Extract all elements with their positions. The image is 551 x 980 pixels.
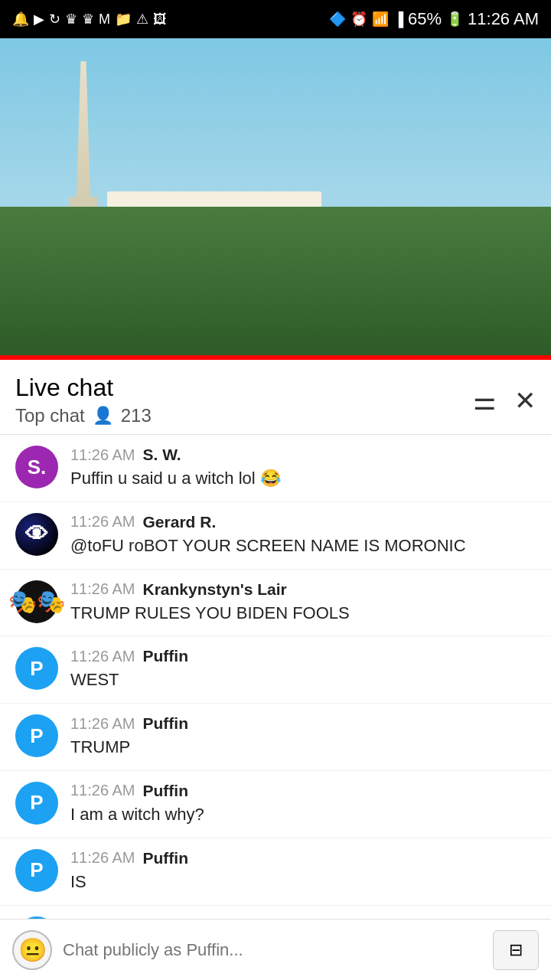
msg-text-6: I am a witch why? <box>70 803 536 827</box>
filter-icon[interactable]: ⚌ <box>473 385 496 416</box>
msg-text-1: Puffin u said u a witch lol 😂 <box>70 467 536 491</box>
msg-user-6: Puffin <box>143 782 188 800</box>
msg-meta-6: 11:26 AM Puffin <box>70 782 536 800</box>
msg-meta-5: 11:26 AM Puffin <box>70 714 536 733</box>
send-button[interactable]: ⊟ <box>493 930 539 970</box>
msg-user-1: S. W. <box>143 446 181 464</box>
livechat-title: Live chat <box>15 374 152 402</box>
chat-message-5: P 11:26 AM Puffin TRUMP <box>0 704 551 771</box>
msg-meta-7: 11:26 AM Puffin <box>70 849 536 867</box>
livechat-panel: Live chat Top chat 👤 213 ⚌ ✕ S. 11:26 AM… <box>0 360 551 980</box>
msg-body-7: 11:26 AM Puffin IS <box>70 849 536 894</box>
chat-message-4: P 11:26 AM Puffin WEST <box>0 636 551 704</box>
chat-message-7: P 11:26 AM Puffin IS <box>0 838 551 906</box>
chat-input-field[interactable] <box>63 930 482 970</box>
livechat-header-left: Live chat Top chat 👤 213 <box>15 374 152 426</box>
avatar-krankynstyn: 🎭 <box>15 580 58 623</box>
msg-user-2: Gerard R. <box>143 513 217 531</box>
top-chat-label: Top chat <box>15 405 85 426</box>
avatar-puffin-6: P <box>15 782 58 825</box>
msg-time-5: 11:26 AM <box>70 715 135 733</box>
avatar-puffin-5: P <box>15 714 58 757</box>
alarm-icon: ⏰ <box>350 11 367 28</box>
msg-body-2: 11:26 AM Gerard R. @toFU roBOT YOUR SCRE… <box>70 513 536 558</box>
msg-body-5: 11:26 AM Puffin TRUMP <box>70 714 536 760</box>
msg-time-4: 11:26 AM <box>70 648 135 665</box>
chat-message-1: S. 11:26 AM S. W. Puffin u said u a witc… <box>0 435 551 502</box>
livechat-header: Live chat Top chat 👤 213 ⚌ ✕ <box>0 360 551 435</box>
emoji-button[interactable]: 😐 <box>12 930 52 970</box>
sync-icon: ↻ <box>49 11 60 28</box>
crown2-icon: ♛ <box>82 11 94 28</box>
status-icons-left: 🔔 ▶ ↻ ♛ ♛ M 📁 ⚠ 🖼 <box>12 11 167 28</box>
msg-time-3: 11:26 AM <box>70 580 135 598</box>
warning-icon: ⚠ <box>136 11 148 28</box>
people-icon: 👤 <box>93 406 113 426</box>
livechat-subtitle: Top chat 👤 213 <box>15 405 152 426</box>
battery-icon: 🔋 <box>446 11 463 28</box>
msg-text-5: TRUMP <box>70 736 536 760</box>
image-icon: 🖼 <box>153 11 167 28</box>
msg-text-7: IS <box>70 871 536 894</box>
msg-meta-2: 11:26 AM Gerard R. <box>70 513 536 531</box>
msg-text-4: WEST <box>70 668 536 692</box>
msg-time-6: 11:26 AM <box>70 782 135 799</box>
msg-meta-3: 11:26 AM Krankynstyn's Lair <box>70 580 536 599</box>
msg-text-2: @toFU roBOT YOUR SCREEN NAME IS MORONIC <box>70 534 536 558</box>
status-bar: 🔔 ▶ ↻ ♛ ♛ M 📁 ⚠ 🖼 🔷 ⏰ 📶 ▐ 65% 🔋 11:26 AM <box>0 0 551 38</box>
monument-base <box>69 197 98 207</box>
battery-level: 65% <box>408 9 442 29</box>
close-icon[interactable]: ✕ <box>514 385 536 416</box>
msg-body-1: 11:26 AM S. W. Puffin u said u a witch l… <box>70 446 536 491</box>
msg-meta-4: 11:26 AM Puffin <box>70 647 536 665</box>
livechat-header-right: ⚌ ✕ <box>473 385 536 416</box>
msg-body-3: 11:26 AM Krankynstyn's Lair TRUMP RULES … <box>70 580 536 626</box>
video-trees <box>0 207 551 360</box>
youtube-icon: ▶ <box>34 11 44 28</box>
msg-user-4: Puffin <box>143 647 188 665</box>
msg-text-3: TRUMP RULES YOU BIDEN FOOLS <box>70 602 536 626</box>
avatar-sw: S. <box>15 446 58 488</box>
notification-icon: 🔔 <box>12 11 29 28</box>
video-player[interactable] <box>0 38 551 360</box>
msg-user-5: Puffin <box>143 714 188 733</box>
bluetooth-icon: 🔷 <box>329 11 346 28</box>
msg-body-4: 11:26 AM Puffin WEST <box>70 647 536 692</box>
mastodon-icon: M <box>99 11 110 28</box>
send-icon: ⊟ <box>509 940 523 960</box>
msg-time-1: 11:26 AM <box>70 446 135 464</box>
avatar-gerard: 👁 <box>15 513 58 556</box>
folder-icon: 📁 <box>115 11 132 28</box>
crown1-icon: ♛ <box>65 11 77 28</box>
chat-messages: S. 11:26 AM S. W. Puffin u said u a witc… <box>0 435 551 972</box>
emoji-icon: 😐 <box>18 936 47 963</box>
chat-message-3: 🎭 11:26 AM Krankynstyn's Lair TRUMP RULE… <box>0 570 551 637</box>
clock: 11:26 AM <box>468 9 539 29</box>
youtube-red-bar <box>0 355 551 360</box>
chat-message-6: P 11:26 AM Puffin I am a witch why? <box>0 771 551 838</box>
msg-time-2: 11:26 AM <box>70 513 135 531</box>
msg-time-7: 11:26 AM <box>70 849 135 867</box>
chat-input-bar: 😐 ⊟ <box>0 919 551 980</box>
viewer-count: 213 <box>121 405 152 426</box>
chat-message-2: 👁 11:26 AM Gerard R. @toFU roBOT YOUR SC… <box>0 502 551 570</box>
msg-user-7: Puffin <box>143 849 188 867</box>
msg-meta-1: 11:26 AM S. W. <box>70 446 536 464</box>
wifi-icon: 📶 <box>372 11 389 28</box>
status-icons-right: 🔷 ⏰ 📶 ▐ 65% 🔋 11:26 AM <box>329 9 539 29</box>
avatar-puffin-7: P <box>15 849 58 892</box>
avatar-puffin-4: P <box>15 647 58 690</box>
msg-body-6: 11:26 AM Puffin I am a witch why? <box>70 782 536 827</box>
msg-user-3: Krankynstyn's Lair <box>143 580 287 599</box>
signal-icon: ▐ <box>393 11 403 28</box>
